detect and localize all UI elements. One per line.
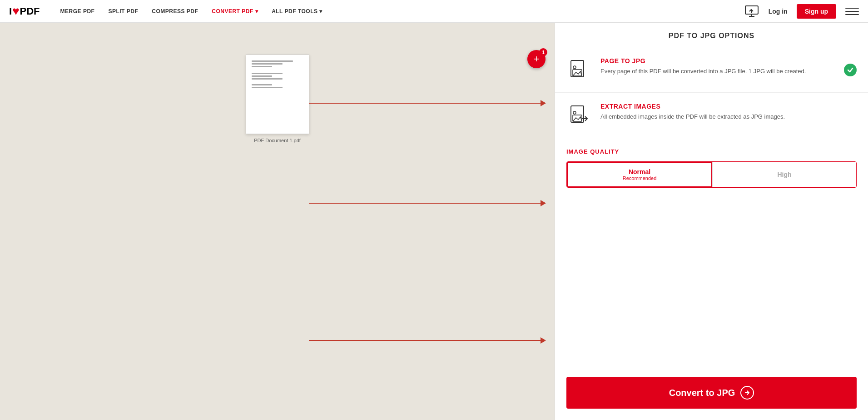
- logo-pdf: PDF: [20, 5, 40, 17]
- header-right: Log in Sign up: [744, 4, 859, 19]
- extract-images-icon: [566, 103, 591, 128]
- quality-label: IMAGE QUALITY: [566, 148, 857, 155]
- quality-buttons: Normal Recommended High: [566, 161, 857, 188]
- svg-rect-8: [573, 115, 582, 121]
- pdf-line: [252, 84, 273, 85]
- panel-title: PDF TO JPG OPTIONS: [555, 23, 868, 47]
- svg-point-6: [573, 66, 576, 69]
- svg-point-9: [573, 111, 576, 114]
- pdf-content-lines: [252, 60, 303, 88]
- hamburger-menu[interactable]: [845, 5, 859, 18]
- nav-split-pdf[interactable]: SPLIT PDF: [101, 8, 145, 15]
- pdf-container: PDF Document 1.pdf: [246, 55, 309, 143]
- monitor-icon[interactable]: [744, 5, 759, 18]
- quality-normal-sub: Recommended: [572, 175, 707, 181]
- arrow-convert-button: [309, 337, 546, 344]
- arrow-page-to-jpg: [309, 100, 546, 106]
- option1-desc: Every page of this PDF will be converted…: [600, 67, 837, 76]
- option2-title: EXTRACT IMAGES: [600, 103, 857, 110]
- quality-high-label: High: [717, 171, 852, 178]
- nav-all-pdf-tools[interactable]: ALL PDF TOOLS: [265, 8, 329, 15]
- quality-high-button[interactable]: High: [712, 162, 856, 187]
- nav-convert-pdf[interactable]: CONVERT PDF: [205, 8, 265, 15]
- logo[interactable]: I ♥ PDF: [9, 4, 40, 18]
- convert-btn-wrap: Convert to JPG: [555, 365, 868, 420]
- convert-arrow-circle: [740, 386, 754, 400]
- logo-i: I: [9, 5, 12, 17]
- signup-button[interactable]: Sign up: [797, 4, 836, 19]
- panel-spacer: [555, 198, 868, 365]
- nav-merge-pdf[interactable]: MERGE PDF: [54, 8, 102, 15]
- pdf-line: [252, 78, 283, 80]
- pdf-filename: PDF Document 1.pdf: [254, 138, 301, 143]
- pdf-line: [252, 60, 293, 62]
- page-to-jpg-icon: [566, 57, 591, 82]
- nav: MERGE PDF SPLIT PDF COMPRESS PDF CONVERT…: [54, 8, 744, 15]
- pdf-line: [252, 66, 273, 67]
- pdf-thumbnail: [246, 55, 309, 134]
- pdf-line: [252, 87, 283, 88]
- svg-rect-5: [573, 70, 582, 76]
- nav-compress-pdf[interactable]: COMPRESS PDF: [145, 8, 205, 15]
- pdf-line: [252, 75, 273, 77]
- header: I ♥ PDF MERGE PDF SPLIT PDF COMPRESS PDF…: [0, 0, 868, 23]
- logo-heart: ♥: [12, 4, 19, 18]
- pdf-line: [252, 63, 283, 65]
- arrow-image-quality: [309, 200, 546, 206]
- quality-normal-button[interactable]: Normal Recommended: [567, 162, 712, 187]
- file-count-badge: 1: [539, 48, 547, 56]
- option2-text: EXTRACT IMAGES All embedded images insid…: [600, 103, 857, 121]
- convert-btn-label: Convert to JPG: [669, 388, 735, 398]
- main-wrapper: 1 + PDF Document 1.pdf: [0, 23, 868, 420]
- right-panel: PDF TO JPG OPTIONS PAGE TO JPG Every pag…: [555, 23, 868, 420]
- option-page-to-jpg[interactable]: PAGE TO JPG Every page of this PDF will …: [555, 47, 868, 93]
- option1-title: PAGE TO JPG: [600, 57, 837, 65]
- option1-text: PAGE TO JPG Every page of this PDF will …: [600, 57, 837, 76]
- pdf-line: [252, 73, 283, 74]
- option-extract-images[interactable]: EXTRACT IMAGES All embedded images insid…: [555, 93, 868, 138]
- quality-normal-label: Normal: [572, 168, 707, 175]
- option2-desc: All embedded images inside the PDF will …: [600, 112, 857, 121]
- option1-check: [844, 64, 857, 76]
- quality-section: IMAGE QUALITY Normal Recommended High: [555, 138, 868, 198]
- left-area: 1 + PDF Document 1.pdf: [0, 23, 555, 420]
- convert-button[interactable]: Convert to JPG: [566, 377, 857, 409]
- login-button[interactable]: Log in: [764, 5, 792, 17]
